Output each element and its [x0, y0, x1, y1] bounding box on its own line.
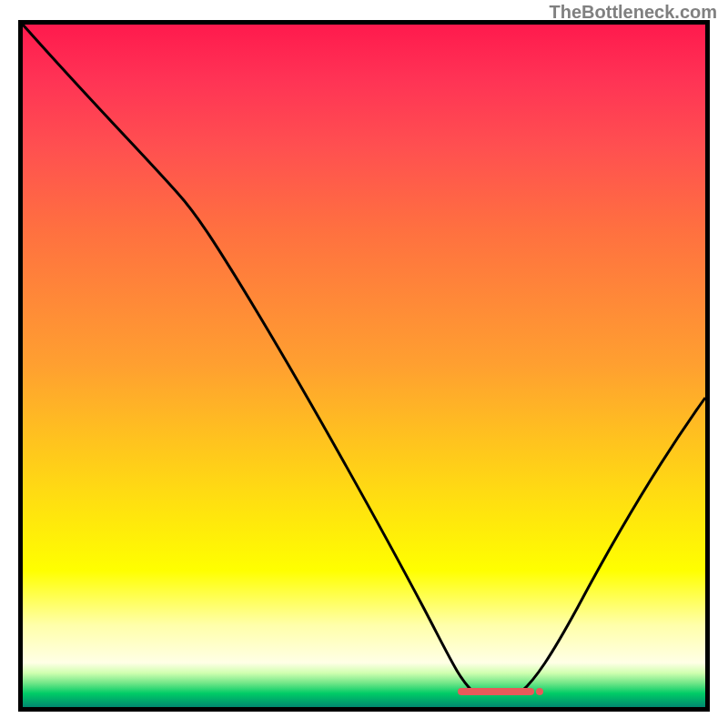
chart-plot-area: [23, 25, 705, 707]
bottleneck-curve-line: [23, 25, 705, 692]
watermark-text: TheBottleneck.com: [550, 2, 717, 23]
chart-frame: [18, 20, 710, 712]
chart-container: TheBottleneck.com: [0, 0, 728, 728]
optimal-range-end-dot: [536, 688, 543, 695]
curve-svg: [23, 25, 705, 707]
